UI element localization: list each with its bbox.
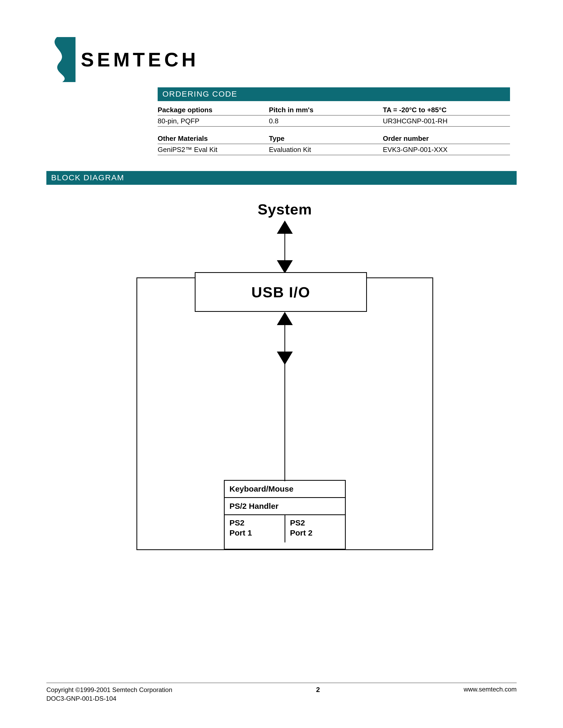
col-header: TA = -20°C to +85°C — [383, 106, 510, 114]
ports-row: PS2 Port 1 PS2 Port 2 — [225, 515, 345, 542]
footer-url: www.semtech.com — [464, 686, 517, 693]
table-row: GeniPS2™ Eval Kit Evaluation Kit EVK3-GN… — [158, 144, 510, 155]
kb-label-1: Keyboard/Mouse — [225, 481, 345, 498]
semtech-logo-icon — [46, 37, 75, 82]
page-number: 2 — [316, 686, 320, 694]
bidirectional-arrow-icon — [275, 312, 294, 481]
table-header-row: Package options Pitch in mm's TA = -20°C… — [158, 104, 510, 115]
col-header: Other Materials — [158, 134, 269, 143]
cell: 0.8 — [269, 117, 383, 125]
port-label: Port 1 — [229, 528, 252, 537]
usb-io-block: USB I/O — [195, 272, 367, 312]
kb-label-2: PS/2 Handler — [225, 498, 345, 515]
col-header: Pitch in mm's — [269, 106, 383, 114]
col-header: Order number — [383, 134, 510, 143]
svg-marker-6 — [277, 352, 293, 365]
ps2-port-1: PS2 Port 1 — [225, 515, 286, 542]
spacer-row — [158, 127, 510, 133]
doc-number: DOC3-GNP-001-DS-104 — [46, 694, 172, 703]
page-footer: Copyright ©1999-2001 Semtech Corporation… — [46, 683, 517, 703]
bidirectional-arrow-icon — [275, 221, 294, 273]
ps2-handler-block: Keyboard/Mouse PS/2 Handler PS2 Port 1 P… — [224, 480, 346, 550]
col-header: Package options — [158, 106, 269, 114]
svg-marker-4 — [277, 312, 293, 325]
copyright-text: Copyright ©1999-2001 Semtech Corporation — [46, 686, 172, 694]
block-diagram-section: BLOCK DIAGRAM System USB I/O Keyboard/Mo… — [46, 171, 517, 571]
ordering-code-section: ORDERING CODE Package options Pitch in m… — [158, 87, 510, 155]
block-diagram: System USB I/O Keyboard/Mouse PS/2 Handl… — [126, 201, 444, 571]
cell: EVK3-GNP-001-XXX — [383, 146, 510, 154]
ordering-table: Package options Pitch in mm's TA = -20°C… — [158, 104, 510, 155]
cell: 80-pin, PQFP — [158, 117, 269, 125]
ps2-port-2: PS2 Port 2 — [286, 515, 345, 542]
port-label: PS2 — [290, 518, 305, 527]
block-diagram-title: BLOCK DIAGRAM — [46, 171, 517, 185]
cell: Evaluation Kit — [269, 146, 383, 154]
brand-name: SEMTECH — [81, 48, 199, 71]
table-row: 80-pin, PQFP 0.8 UR3HCGNP-001-RH — [158, 115, 510, 127]
cell: GeniPS2™ Eval Kit — [158, 146, 269, 154]
svg-marker-3 — [277, 260, 293, 273]
cell: UR3HCGNP-001-RH — [383, 117, 510, 125]
col-header: Type — [269, 134, 383, 143]
svg-marker-1 — [277, 221, 293, 234]
system-label: System — [126, 201, 444, 218]
header-logo: SEMTECH — [46, 37, 517, 82]
table-header-row: Other Materials Type Order number — [158, 133, 510, 144]
port-label: Port 2 — [290, 528, 313, 537]
port-label: PS2 — [229, 518, 244, 527]
ordering-code-title: ORDERING CODE — [158, 87, 510, 101]
